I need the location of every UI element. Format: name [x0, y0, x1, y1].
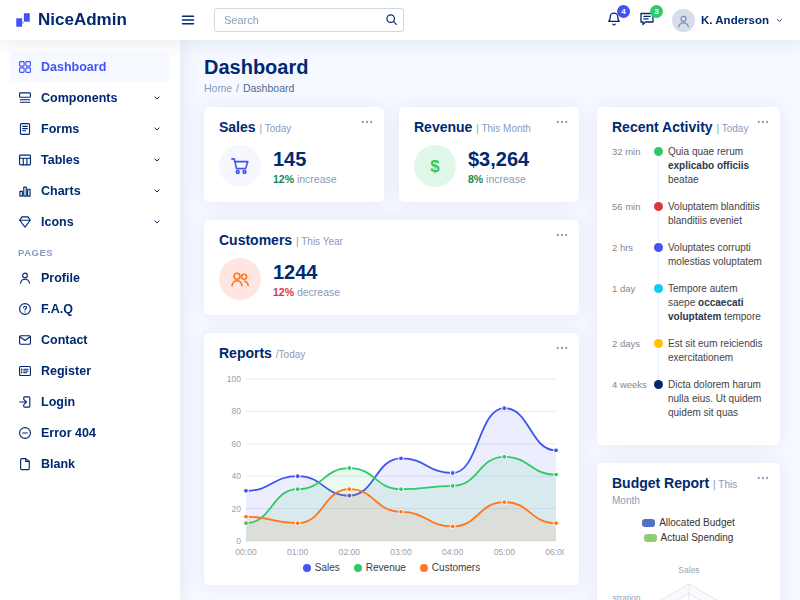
- activity-item: 4 weeksDicta dolorem harum nulla eius. U…: [612, 378, 765, 433]
- sidebar-item-blank[interactable]: Blank: [10, 449, 170, 479]
- person-icon: [676, 14, 691, 32]
- sales-card-body: 145 12% increase: [219, 145, 369, 190]
- card-menu-icon[interactable]: [756, 115, 770, 129]
- legend-marker: [642, 519, 655, 527]
- sidebar-item-charts[interactable]: Charts: [10, 176, 170, 206]
- sidebar-item-contact[interactable]: Contact: [10, 325, 170, 355]
- sidebar-item-login[interactable]: Login: [10, 387, 170, 417]
- card-title: Sales | Today: [219, 119, 369, 135]
- activity-dot: [652, 337, 668, 365]
- legend-actual-spending[interactable]: Actual Spending: [644, 532, 734, 543]
- card-title: Reports /Today: [219, 345, 564, 361]
- sales-delta: 12%: [273, 173, 294, 185]
- profile-menu[interactable]: K. Anderson: [672, 9, 784, 32]
- notifications-badge: 4: [617, 5, 630, 18]
- sidebar-item-label: Register: [41, 364, 162, 378]
- search-form: [214, 8, 404, 32]
- sidebar-item-icons[interactable]: Icons: [10, 207, 170, 237]
- card-title: Customers | This Year: [219, 232, 564, 248]
- activity-time: 2 hrs: [612, 241, 652, 269]
- search-input[interactable]: [214, 8, 404, 32]
- left-column: Sales | Today 145 12% increase Revenue |…: [204, 107, 579, 600]
- brand-name: NiceAdmin: [38, 10, 127, 30]
- card-menu-icon[interactable]: [555, 228, 569, 242]
- customers-card-body: 1244 12% decrease: [219, 258, 564, 303]
- card-menu-icon[interactable]: [555, 341, 569, 355]
- breadcrumb-home[interactable]: Home: [204, 82, 232, 94]
- reports-card: Reports /Today 02040608010000:0001:0002:…: [204, 333, 579, 585]
- customers-card: Customers | This Year 1244 12% decrease: [204, 220, 579, 315]
- sidebar-item-dashboard[interactable]: Dashboard: [10, 52, 170, 82]
- card-title: Budget Report | This Month: [612, 475, 765, 507]
- sidebar-item-tables[interactable]: Tables: [10, 145, 170, 175]
- activity-item: 1 dayTempore autem saepe occaecati volup…: [612, 282, 765, 337]
- legend-sales[interactable]: Sales: [303, 562, 340, 573]
- sales-value: 145: [273, 148, 337, 170]
- file-earmark-icon: [18, 457, 32, 471]
- customers-card-title: Customers: [219, 232, 292, 248]
- sidebar-item-label: Login: [41, 395, 162, 409]
- sales-trend: 12% increase: [273, 173, 337, 185]
- activity-item: 56 minVoluptatem blanditiis blanditiis e…: [612, 200, 765, 241]
- activity-text: Est sit eum reiciendis exercitationem: [668, 337, 765, 365]
- activity-dot: [652, 200, 668, 228]
- card-menu-icon[interactable]: [555, 115, 569, 129]
- activity-time: 4 weeks: [612, 378, 652, 420]
- dollar-icon: $: [414, 145, 456, 187]
- customers-delta-note: decrease: [297, 286, 340, 298]
- messages-button[interactable]: 3: [639, 11, 655, 30]
- activity-text: Dicta dolorem harum nulla eius. Ut quide…: [668, 378, 765, 420]
- sidebar-item-label: F.A.Q: [41, 302, 162, 316]
- sidebar-item-forms[interactable]: Forms: [10, 114, 170, 144]
- sidebar-item-components[interactable]: Components: [10, 83, 170, 113]
- cart-icon: [219, 145, 261, 187]
- activity-time: 2 days: [612, 337, 652, 365]
- search-icon[interactable]: [385, 13, 398, 26]
- people-icon: [219, 258, 261, 300]
- card-title: Revenue | This Month: [414, 119, 564, 135]
- brand[interactable]: NiceAdmin: [0, 10, 180, 30]
- reports-chart: 02040608010000:0001:0002:0003:0004:0005:…: [219, 371, 564, 561]
- sidebar-item-error-404[interactable]: Error 404: [10, 418, 170, 448]
- svg-text:Sales: Sales: [678, 565, 699, 575]
- activity-card-subtitle: | Today: [717, 123, 749, 134]
- card-menu-icon[interactable]: [360, 115, 374, 129]
- sidebar-toggle-icon[interactable]: [180, 12, 196, 28]
- legend-revenue[interactable]: Revenue: [354, 562, 406, 573]
- card-menu-icon[interactable]: [756, 471, 770, 485]
- svg-text:02:00: 02:00: [339, 547, 361, 557]
- revenue-delta-note: increase: [486, 173, 526, 185]
- sidebar-item-profile[interactable]: Profile: [10, 263, 170, 293]
- legend-dot: [354, 564, 362, 572]
- legend-customers[interactable]: Customers: [420, 562, 480, 573]
- sidebar-item-label: Error 404: [41, 426, 162, 440]
- sidebar-item-register[interactable]: Register: [10, 356, 170, 386]
- budget-card-title: Budget Report: [612, 475, 709, 491]
- header: NiceAdmin 4 3 K. Anderson: [0, 0, 800, 40]
- revenue-value: $3,264: [468, 148, 529, 170]
- chevron-down-icon: [152, 186, 162, 196]
- chevron-down-icon: [152, 155, 162, 165]
- chevron-down-icon: [152, 217, 162, 227]
- svg-text:00:00: 00:00: [235, 547, 257, 557]
- sidebar-item-f-a-q[interactable]: F.A.Q: [10, 294, 170, 324]
- breadcrumb-current: Dashboard: [243, 82, 294, 94]
- sales-delta-note: increase: [297, 173, 337, 185]
- activity-time: 1 day: [612, 282, 652, 324]
- svg-text:05:00: 05:00: [494, 547, 516, 557]
- activity-text: Voluptatem blanditiis blanditiis eveniet: [668, 200, 765, 228]
- legend-allocated-budget[interactable]: Allocated Budget: [642, 517, 735, 528]
- svg-text:04:00: 04:00: [442, 547, 464, 557]
- svg-text:Administration: Administration: [613, 593, 641, 600]
- activity-item: 32 minQuia quae rerum explicabo officiis…: [612, 145, 765, 200]
- sidebar-item-label: Contact: [41, 333, 162, 347]
- legend-label: Actual Spending: [661, 532, 734, 543]
- caret-down-icon: [775, 16, 784, 25]
- customers-value: 1244: [273, 261, 340, 283]
- sidebar-item-label: Dashboard: [41, 60, 162, 74]
- svg-text:100: 100: [227, 374, 241, 384]
- activity-timeline: 32 minQuia quae rerum explicabo officiis…: [612, 145, 765, 433]
- menu-icon: [18, 91, 32, 105]
- notifications-button[interactable]: 4: [606, 11, 622, 30]
- reports-legend: SalesRevenueCustomers: [219, 562, 564, 573]
